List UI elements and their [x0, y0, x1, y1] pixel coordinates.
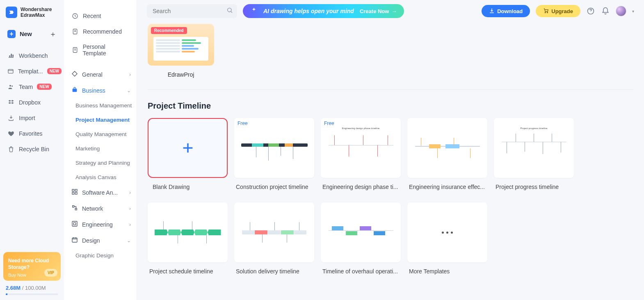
nav-dropbox[interactable]: Dropbox	[3, 95, 61, 110]
cat-business[interactable]: Business ⌄	[64, 82, 137, 98]
storage-bar	[6, 293, 58, 295]
svg-point-15	[228, 8, 231, 12]
svg-rect-6	[73, 89, 77, 92]
nav-templates[interactable]: Templat... NEW	[3, 64, 61, 79]
nav-label: Templat...	[18, 68, 43, 75]
nav-label: Workbench	[19, 52, 48, 59]
app-logo[interactable]: Wondershare EdrawMax	[3, 5, 61, 26]
templates-grid: Blank Drawing Free Construction project …	[148, 118, 633, 280]
nav-label: Import	[19, 115, 35, 121]
search-wrap	[147, 4, 237, 18]
template-card[interactable]: Engineering insurance effec...	[407, 118, 487, 196]
svg-rect-0	[8, 69, 13, 73]
svg-rect-14	[72, 238, 77, 242]
bell-icon[interactable]	[601, 7, 610, 16]
tpl-title: Engineering design phase ti...	[321, 178, 401, 196]
nav-favorites[interactable]: Favorites	[3, 126, 61, 141]
storage-total: 100.00M	[25, 285, 46, 291]
svg-rect-7	[72, 189, 74, 191]
sec-personal-template[interactable]: Personal Template	[64, 39, 137, 61]
divider	[148, 89, 633, 90]
ai-banner[interactable]: AI drawing helps open your mind Create N…	[243, 4, 404, 18]
blank-thumb	[148, 118, 228, 178]
avatar[interactable]	[616, 6, 626, 16]
nav-label: Recycle Bin	[19, 146, 49, 152]
search-input[interactable]	[147, 4, 237, 18]
storage-used: 2.68M	[6, 285, 21, 291]
more-templates-card[interactable]: More Templates	[407, 202, 487, 280]
logo-icon	[6, 7, 17, 18]
sub-analysis-canvas[interactable]: Analysis Canvas	[64, 170, 137, 184]
template-card[interactable]: Free Construction project timeline	[234, 118, 314, 196]
tpl-title: Solution delivery timeline	[234, 262, 314, 280]
chevron-down-icon: ⌄	[127, 238, 131, 243]
chevron-right-icon: ›	[129, 222, 131, 227]
blank-drawing-card[interactable]: Blank Drawing	[148, 118, 228, 196]
recommended-badge: Recommended	[151, 27, 187, 34]
network-icon	[71, 205, 78, 212]
cat-network[interactable]: Network ›	[64, 200, 137, 216]
calendar-icon	[71, 236, 78, 244]
logo-text: Wondershare EdrawMax	[21, 7, 52, 18]
sub-strategy-planning[interactable]: Strategy and Planning	[64, 156, 137, 170]
svg-point-1	[9, 85, 11, 86]
arrow-right-icon: →	[391, 8, 397, 14]
nav-label: Favorites	[19, 130, 43, 137]
svg-rect-8	[75, 189, 77, 191]
help-icon[interactable]	[586, 7, 595, 16]
svg-rect-9	[72, 192, 74, 194]
ai-text: AI drawing helps open your mind	[263, 8, 354, 14]
download-icon	[489, 8, 495, 15]
svg-point-2	[11, 85, 13, 86]
grid-icon	[71, 189, 78, 196]
chevron-down-icon: ⌄	[127, 88, 131, 93]
topbar: AI drawing helps open your mind Create N…	[137, 0, 644, 20]
template-card[interactable]: Project schedule timeline	[148, 202, 228, 280]
recommend-row: Recommended EdrawProj	[148, 24, 633, 84]
nav-team[interactable]: Team NEW	[3, 79, 61, 95]
sec-recent[interactable]: Recent	[64, 8, 137, 24]
storage-info: 2.68M / 100.00M	[3, 281, 61, 295]
search-icon[interactable]	[226, 7, 233, 15]
sub-marketing[interactable]: Marketing	[64, 141, 137, 156]
new-badge: NEW	[47, 68, 62, 74]
workbench-icon	[7, 52, 15, 59]
chevron-right-icon: ›	[129, 206, 131, 211]
tpl-title: Blank Drawing	[148, 178, 228, 196]
svg-point-17	[547, 12, 548, 13]
sub-quality-management[interactable]: Quality Management	[64, 127, 137, 141]
sub-graphic-design[interactable]: Graphic Design	[64, 248, 137, 263]
clock-icon	[71, 12, 79, 20]
new-label: New	[20, 31, 32, 37]
badge-icon	[71, 28, 79, 35]
template-card[interactable]: Timeline of overhaul operati...	[321, 202, 401, 280]
nav-recycle[interactable]: Recycle Bin	[3, 141, 61, 157]
upgrade-button[interactable]: Upgrade	[536, 5, 580, 17]
nav-label: Dropbox	[19, 99, 41, 106]
cat-general[interactable]: General ›	[64, 66, 137, 82]
ai-cta[interactable]: Create Now →	[360, 8, 397, 14]
template-card[interactable]: Free Engineering design phase timeline E…	[321, 118, 401, 196]
heart-icon	[7, 130, 15, 137]
download-button[interactable]: Download	[482, 5, 530, 17]
add-extra-icon[interactable]: ＋	[49, 29, 57, 39]
sec-recommended[interactable]: Recommended	[64, 24, 137, 39]
main-area: AI drawing helps open your mind Create N…	[137, 0, 644, 300]
cat-software[interactable]: Software An... ›	[64, 184, 137, 200]
storage-promo[interactable]: Need more Cloud Storage? Buy Now VIP	[3, 252, 61, 281]
edrawproj-card[interactable]: Recommended EdrawProj	[148, 24, 214, 84]
new-badge: NEW	[37, 84, 51, 90]
new-button[interactable]: + New ＋	[3, 26, 61, 42]
edrawproj-thumb: Recommended	[148, 24, 214, 66]
template-card[interactable]: Project progress timeline Project progre…	[494, 118, 574, 196]
business-icon	[71, 86, 78, 94]
svg-rect-11	[73, 206, 74, 207]
sub-business-management[interactable]: Business Management	[64, 98, 137, 113]
caret-down-icon[interactable]: ▾	[632, 9, 634, 14]
template-card[interactable]: Solution delivery timeline	[234, 202, 314, 280]
cat-design[interactable]: Design ⌄	[64, 232, 137, 248]
cat-engineering[interactable]: Engineering ›	[64, 216, 137, 232]
sub-project-management[interactable]: Project Management	[64, 113, 137, 127]
nav-workbench[interactable]: Workbench	[3, 48, 61, 64]
nav-import[interactable]: Import	[3, 110, 61, 126]
